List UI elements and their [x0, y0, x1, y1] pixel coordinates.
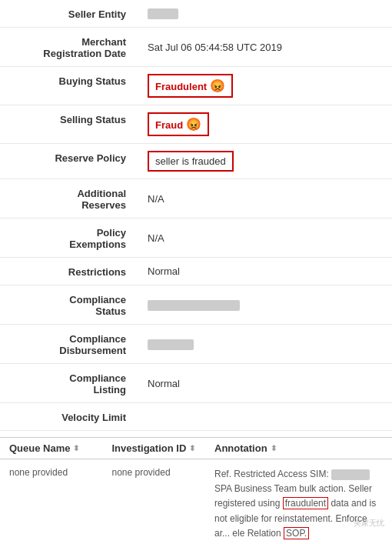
fraud-box: Fraudulent 😡	[148, 74, 233, 98]
info-row: ComplianceListingNormal	[0, 364, 392, 403]
row-label: ComplianceDisbursement	[0, 325, 138, 364]
row-label: AdditionalReserves	[0, 179, 138, 219]
info-row: AdditionalReservesN/A	[0, 179, 392, 219]
fraud-box: Fraud 😡	[148, 112, 209, 136]
fraud-emoji: 😡	[210, 79, 225, 92]
info-row: ComplianceDisbursement	[0, 325, 392, 364]
row-label: PolicyExemptions	[0, 219, 138, 258]
info-row: Reserve Policyseller is frauded	[0, 144, 392, 179]
info-row: RestrictionsNormal	[0, 258, 392, 285]
annotation-cell: Ref. Restricted Access SIM: SPA Business…	[205, 467, 392, 541]
row-label: Restrictions	[0, 258, 138, 285]
sort-icon-2: ⬍	[189, 444, 195, 452]
row-value	[138, 0, 392, 28]
fraud-text: Fraudulent	[155, 81, 207, 92]
row-label: ComplianceListing	[0, 364, 138, 403]
row-label: MerchantRegistration Date	[0, 28, 138, 67]
queue-col-investigation: Investigation ID ⬍	[103, 442, 206, 454]
annotation-highlight1: fraudulent	[283, 497, 328, 509]
info-row: Velocity Limit	[0, 403, 392, 431]
row-value: Normal	[138, 258, 392, 285]
row-value: seller is frauded	[138, 144, 392, 179]
row-label: Velocity Limit	[0, 403, 138, 431]
row-label: Seller Entity	[0, 0, 138, 28]
row-value: N/A	[138, 179, 392, 219]
row-label: Buying Status	[0, 67, 138, 105]
info-row: PolicyExemptionsN/A	[0, 219, 392, 258]
row-label: ComplianceStatus	[0, 285, 138, 325]
queue-row: none provided none provided Ref. Restric…	[0, 459, 392, 544]
row-value: N/A	[138, 219, 392, 258]
row-value: Fraud 😡	[138, 105, 392, 144]
queue-col-name: Queue Name ⬍	[0, 442, 103, 454]
row-label: Selling Status	[0, 105, 138, 144]
queue-header: Queue Name ⬍ Investigation ID ⬍ Annotati…	[0, 437, 392, 459]
annotation-blurred	[331, 469, 370, 480]
info-row: Seller Entity	[0, 0, 392, 28]
row-label: Reserve Policy	[0, 144, 138, 179]
reserve-policy-box: seller is frauded	[148, 151, 234, 172]
info-row: MerchantRegistration DateSat Jul 06 05:4…	[0, 28, 392, 67]
info-row: Selling StatusFraud 😡	[0, 105, 392, 144]
row-value: Sat Jul 06 05:44:58 UTC 2019	[138, 28, 392, 67]
sort-icon-1: ⬍	[73, 444, 79, 452]
row-value: Normal	[138, 364, 392, 403]
sort-icon-3: ⬍	[271, 444, 277, 452]
row-value	[138, 285, 392, 325]
watermark: 美家无忧	[354, 518, 384, 529]
row-value	[138, 403, 392, 431]
queue-col-annotation: Annotation ⬍	[205, 442, 392, 454]
annotation-highlight2: SOP.	[284, 527, 309, 539]
fraud-emoji: 😡	[186, 118, 201, 131]
info-table: Seller Entity MerchantRegistration DateS…	[0, 0, 392, 431]
investigation-id-cell: none provided	[103, 467, 206, 541]
queue-section: Queue Name ⬍ Investigation ID ⬍ Annotati…	[0, 437, 392, 544]
queue-name-cell: none provided	[0, 467, 103, 541]
info-row: Buying StatusFraudulent 😡	[0, 67, 392, 105]
info-row: ComplianceStatus	[0, 285, 392, 325]
annotation-pre: Ref. Restricted Access SIM:	[214, 469, 331, 479]
fraud-text: Fraud	[155, 119, 183, 131]
row-value	[138, 325, 392, 364]
row-value: Fraudulent 😡	[138, 67, 392, 105]
